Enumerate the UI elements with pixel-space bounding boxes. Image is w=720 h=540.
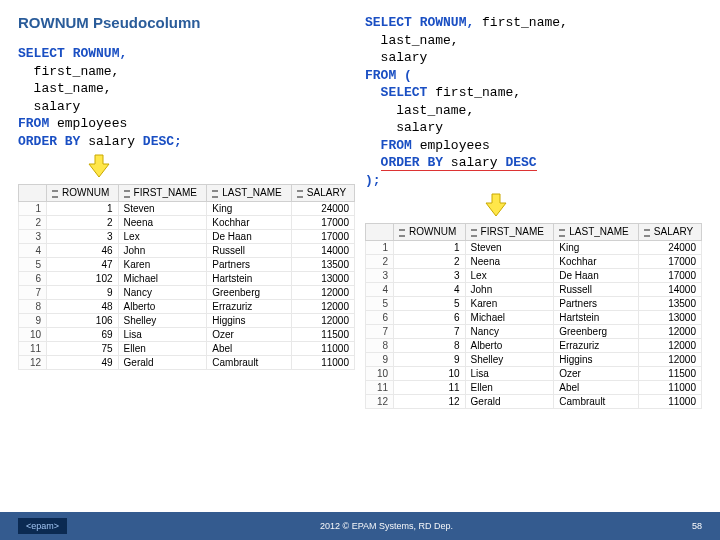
arrow-down-icon <box>18 154 355 180</box>
epam-logo: <epam> <box>18 518 67 534</box>
col-first-name: FIRST_NAME <box>118 185 207 201</box>
table-row: 848AlbertoErrazuriz12000 <box>19 299 355 313</box>
left-result-table: ROWNUM FIRST_NAME LAST_NAME SALARY 11Ste… <box>18 184 355 369</box>
svg-marker-1 <box>486 194 506 216</box>
row-index-header <box>366 224 394 240</box>
col-rownum: ROWNUM <box>394 224 466 240</box>
table-row: 77NancyGreenberg12000 <box>366 324 702 338</box>
table-row: 33LexDe Haan17000 <box>19 229 355 243</box>
slide-body: ROWNUM Pseudocolumn SELECT ROWNUM, first… <box>0 0 720 449</box>
table-row: 1212GeraldCambrault11000 <box>366 394 702 408</box>
table-row: 446JohnRussell14000 <box>19 243 355 257</box>
table-row: 33LexDe Haan17000 <box>366 268 702 282</box>
table-row: 1069LisaOzer11500 <box>19 327 355 341</box>
left-sql-code: SELECT ROWNUM, first_name, last_name, sa… <box>18 45 355 150</box>
table-row: 1010LisaOzer11500 <box>366 366 702 380</box>
col-salary: SALARY <box>638 224 701 240</box>
table-row: 11StevenKing24000 <box>19 201 355 215</box>
col-last-name: LAST_NAME <box>207 185 292 201</box>
col-rownum: ROWNUM <box>47 185 119 201</box>
row-index-header <box>19 185 47 201</box>
table-row: 66MichaelHartstein13000 <box>366 310 702 324</box>
copyright-text: 2012 © EPAM Systems, RD Dep. <box>81 521 692 531</box>
table-row: 22NeenaKochhar17000 <box>366 254 702 268</box>
right-column: SELECT ROWNUM, first_name, last_name, sa… <box>365 14 702 409</box>
footer-bar: <epam> 2012 © EPAM Systems, RD Dep. 58 <box>0 512 720 540</box>
table-row: 547KarenPartners13500 <box>19 257 355 271</box>
table-row: 9106ShelleyHiggins12000 <box>19 313 355 327</box>
left-column: ROWNUM Pseudocolumn SELECT ROWNUM, first… <box>18 14 355 409</box>
slide-title: ROWNUM Pseudocolumn <box>18 14 355 31</box>
col-first-name: FIRST_NAME <box>465 224 554 240</box>
table-row: 11StevenKing24000 <box>366 240 702 254</box>
table-row: 99ShelleyHiggins12000 <box>366 352 702 366</box>
table-row: 1175EllenAbel11000 <box>19 341 355 355</box>
col-salary: SALARY <box>291 185 354 201</box>
col-last-name: LAST_NAME <box>554 224 639 240</box>
table-row: 79NancyGreenberg12000 <box>19 285 355 299</box>
table-row: 1111EllenAbel11000 <box>366 380 702 394</box>
right-result-table: ROWNUM FIRST_NAME LAST_NAME SALARY 11Ste… <box>365 223 702 408</box>
arrow-down-icon <box>365 193 702 219</box>
table-row: 55KarenPartners13500 <box>366 296 702 310</box>
page-number: 58 <box>692 521 702 531</box>
right-sql-code: SELECT ROWNUM, first_name, last_name, sa… <box>365 14 702 189</box>
table-row: 88AlbertoErrazuriz12000 <box>366 338 702 352</box>
table-row: 6102MichaelHartstein13000 <box>19 271 355 285</box>
svg-marker-0 <box>89 155 109 177</box>
table-row: 22NeenaKochhar17000 <box>19 215 355 229</box>
table-row: 44JohnRussell14000 <box>366 282 702 296</box>
table-row: 1249GeraldCambrault11000 <box>19 355 355 369</box>
